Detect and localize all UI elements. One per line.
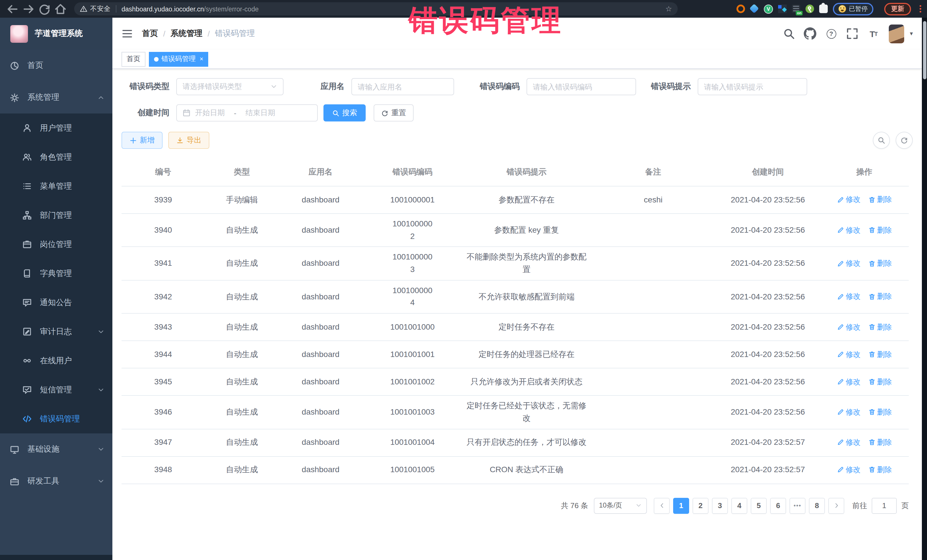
page-more[interactable]: ••• xyxy=(790,498,805,513)
sidebar-item-home[interactable]: 首页 xyxy=(0,50,112,82)
browser-forward-icon[interactable] xyxy=(22,2,35,16)
tab-error-code-management[interactable]: 错误码管理 × xyxy=(149,52,208,67)
delete-link[interactable]: 删除 xyxy=(868,258,892,269)
delete-link[interactable]: 删除 xyxy=(868,349,892,360)
sidebar-item-infrastructure[interactable]: 基础设施 xyxy=(0,433,112,465)
sidebar-item-devtools[interactable]: 研发工具 xyxy=(0,465,112,497)
pager: 123456•••8 xyxy=(654,498,844,513)
help-icon[interactable]: ? xyxy=(825,27,837,40)
sidebar-item-role-management[interactable]: 角色管理 xyxy=(0,143,112,171)
delete-link[interactable]: 删除 xyxy=(868,376,892,387)
sidebar-item-post-management[interactable]: 岗位管理 xyxy=(0,230,112,259)
font-size-icon[interactable]: TT xyxy=(867,27,880,40)
error-hint-input[interactable] xyxy=(698,78,807,95)
goto-page-input[interactable] xyxy=(872,498,897,513)
delete-link[interactable]: 删除 xyxy=(868,291,892,302)
tab-home[interactable]: 首页 xyxy=(122,52,146,67)
sidebar-item-menu-management[interactable]: 菜单管理 xyxy=(0,171,112,201)
browser-back-icon[interactable] xyxy=(6,2,20,16)
sidebar-item-sms-management[interactable]: 短信管理 xyxy=(0,375,112,404)
sidebar-item-notice-announcement[interactable]: 通知公告 xyxy=(0,288,112,317)
delete-link[interactable]: 删除 xyxy=(868,406,892,418)
delete-link[interactable]: 删除 xyxy=(868,464,892,476)
reset-label: 重置 xyxy=(391,108,406,118)
page-button-3[interactable]: 3 xyxy=(712,498,728,513)
extension-icon-list[interactable]: on xyxy=(792,5,800,13)
browser-reload-icon[interactable] xyxy=(38,2,51,16)
profile-paused-badge[interactable]: 已暂停 xyxy=(833,3,873,15)
sidebar-item-dict-management[interactable]: 字典管理 xyxy=(0,259,112,288)
breadcrumb-system[interactable]: 系统管理 xyxy=(170,29,202,39)
reset-button[interactable]: 重置 xyxy=(374,104,413,121)
error-code-input[interactable] xyxy=(527,78,636,95)
app-name-input[interactable] xyxy=(351,78,454,95)
edit-link[interactable]: 修改 xyxy=(837,349,860,360)
extensions-puzzle-icon[interactable] xyxy=(819,5,828,13)
edit-link[interactable]: 修改 xyxy=(837,376,860,387)
delete-link[interactable]: 删除 xyxy=(868,225,892,236)
sidebar-item-error-code-management[interactable]: 错误码管理 xyxy=(0,404,112,433)
page-button-5[interactable]: 5 xyxy=(751,498,767,513)
address-bar[interactable]: 不安全 dashboard.yudao.iocoder.cn/system/er… xyxy=(74,2,678,15)
extension-icon-key[interactable] xyxy=(805,5,814,13)
error-type-select[interactable]: 请选择错误码类型 xyxy=(176,78,284,95)
edit-link[interactable]: 修改 xyxy=(837,194,860,206)
edit-link[interactable]: 修改 xyxy=(837,321,860,333)
sidebar-item-system-management[interactable]: 系统管理 xyxy=(0,82,112,114)
sidebar-item-user-management[interactable]: 用户管理 xyxy=(0,114,112,143)
sidebar-item-dept-management[interactable]: 部门管理 xyxy=(0,201,112,230)
trash-icon xyxy=(868,351,875,358)
page-button-4[interactable]: 4 xyxy=(731,498,747,513)
edit-link[interactable]: 修改 xyxy=(837,437,860,448)
avatar-caret-down-icon[interactable]: ▼ xyxy=(909,31,914,36)
refresh-icon xyxy=(900,136,908,144)
browser-menu-icon[interactable] xyxy=(919,5,921,12)
prev-page-button[interactable] xyxy=(654,498,670,513)
delete-link[interactable]: 删除 xyxy=(868,437,892,448)
header-search-icon[interactable] xyxy=(783,27,795,40)
edit-link[interactable]: 修改 xyxy=(837,225,860,236)
sidebar-collapse-icon[interactable] xyxy=(122,28,133,39)
add-button[interactable]: 新增 xyxy=(122,132,163,149)
tab-close-icon[interactable]: × xyxy=(200,56,204,62)
browser-update-button[interactable]: 更新 xyxy=(884,3,911,15)
fullscreen-icon[interactable] xyxy=(846,27,859,40)
browser-home-icon[interactable] xyxy=(54,2,67,16)
edit-link[interactable]: 修改 xyxy=(837,464,860,476)
sidebar-item-label: 角色管理 xyxy=(40,152,104,162)
scrollbar-thumb[interactable] xyxy=(923,21,926,79)
toggle-search-button[interactable] xyxy=(873,132,890,149)
breadcrumb-home[interactable]: 首页 xyxy=(142,29,158,39)
export-button[interactable]: 导出 xyxy=(168,132,209,149)
table-row: 3939手动编辑dashboard1001000001参数配置不存在ceshi2… xyxy=(122,187,909,214)
extension-icon-blue-gem[interactable] xyxy=(750,5,759,13)
extension-icon-vue-devtools[interactable]: V xyxy=(764,4,773,14)
cell-app: dashboard xyxy=(279,214,362,247)
page-button-6[interactable]: 6 xyxy=(770,498,786,513)
github-icon[interactable] xyxy=(804,27,816,40)
cell-time: 2021-04-20 23:52:56 xyxy=(716,187,820,214)
window-scrollbar[interactable] xyxy=(922,18,927,560)
date-range-picker[interactable]: 开始日期 - 结束日期 xyxy=(176,104,318,121)
user-avatar[interactable] xyxy=(889,24,904,43)
search-button[interactable]: 搜索 xyxy=(324,104,366,121)
sidebar-item-audit-log[interactable]: 审计日志 xyxy=(0,317,112,346)
extension-icon-orange-ring[interactable] xyxy=(737,5,745,13)
delete-link[interactable]: 删除 xyxy=(868,321,892,333)
edit-link[interactable]: 修改 xyxy=(837,258,860,269)
delete-link[interactable]: 删除 xyxy=(868,194,892,206)
extension-icon-tiles[interactable] xyxy=(778,5,787,13)
cell-code: 100100000 2 xyxy=(362,214,463,247)
edit-link[interactable]: 修改 xyxy=(837,406,860,418)
next-page-button[interactable] xyxy=(828,498,844,513)
page-button-8[interactable]: 8 xyxy=(809,498,825,513)
page-size-select[interactable]: 10条/页 xyxy=(594,498,647,513)
edit-icon xyxy=(837,293,844,300)
refresh-table-button[interactable] xyxy=(896,132,913,149)
app-logo-row[interactable]: 芋道管理系统 xyxy=(0,18,112,50)
bookmark-star-icon[interactable]: ☆ xyxy=(666,5,672,13)
page-button-1[interactable]: 1 xyxy=(673,498,689,513)
sidebar-item-online-users[interactable]: 在线用户 xyxy=(0,346,112,375)
page-button-2[interactable]: 2 xyxy=(693,498,708,513)
edit-link[interactable]: 修改 xyxy=(837,291,860,302)
